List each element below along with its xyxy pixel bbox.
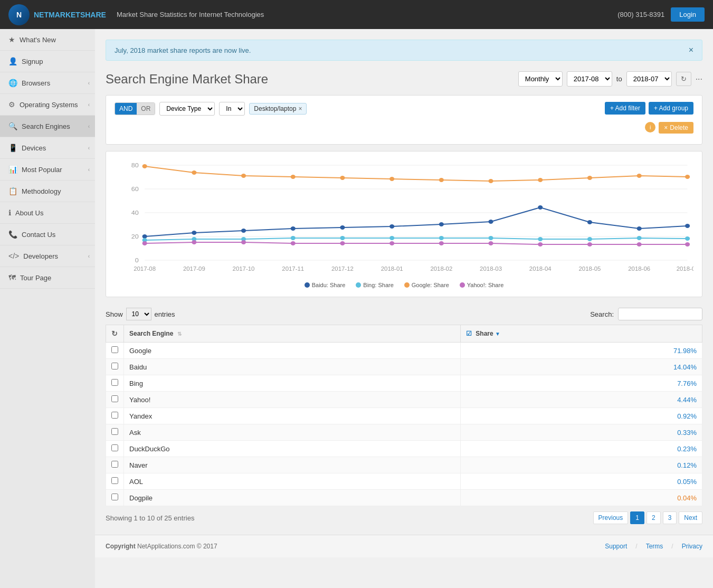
- filter-tag-label: Desktop/laptop: [254, 105, 296, 112]
- footer-sep-2: /: [671, 543, 673, 550]
- chevron-right-icon: ‹: [88, 167, 90, 173]
- main-content: July, 2018 market share reports are now …: [95, 29, 713, 535]
- row-checkbox[interactable]: [111, 428, 118, 435]
- svg-text:2018-01: 2018-01: [381, 266, 403, 272]
- terms-link[interactable]: Terms: [646, 543, 663, 550]
- from-date-select[interactable]: 2017-08: [567, 71, 612, 87]
- filter-tag-remove[interactable]: ×: [298, 105, 302, 112]
- row-engine-name: Bing: [124, 375, 461, 392]
- svg-text:2017-11: 2017-11: [282, 266, 304, 272]
- row-checkbox[interactable]: [111, 395, 118, 402]
- chevron-right-icon: ‹: [88, 102, 90, 108]
- svg-text:0: 0: [135, 257, 139, 264]
- privacy-link[interactable]: Privacy: [682, 543, 702, 550]
- search-input[interactable]: [618, 308, 702, 320]
- row-checkbox[interactable]: [111, 494, 118, 500]
- svg-text:2018-02: 2018-02: [430, 266, 452, 272]
- in-select[interactable]: In: [219, 102, 245, 116]
- sort-icon[interactable]: ⇅: [177, 331, 182, 337]
- sidebar-item-about-us[interactable]: ℹ About Us: [0, 202, 95, 224]
- footer-sep-1: /: [635, 543, 637, 550]
- show-entries: Show 10 25 50 entries: [106, 308, 175, 320]
- period-select[interactable]: Monthly: [518, 71, 563, 87]
- info-icon: ℹ: [8, 208, 11, 217]
- row-checkbox[interactable]: [111, 444, 118, 451]
- add-filter-button[interactable]: + Add filter: [605, 102, 645, 115]
- svg-point-34: [142, 234, 147, 239]
- sidebar-item-label: Operating Systems: [20, 101, 78, 109]
- star-icon: ★: [8, 35, 15, 44]
- sidebar-item-whats-new[interactable]: ★ What's New: [0, 29, 95, 51]
- alert-close-button[interactable]: ×: [689, 45, 693, 55]
- logo-text: NETMARKETSHARE: [34, 11, 106, 19]
- add-group-button[interactable]: + Add group: [649, 102, 693, 115]
- svg-point-43: [587, 220, 592, 224]
- header-subtitle: Market Share Statistics for Internet Tec…: [117, 11, 617, 18]
- page-3-button[interactable]: 3: [663, 511, 677, 524]
- sidebar-item-operating-systems[interactable]: ⚙ Operating Systems ‹: [0, 94, 95, 116]
- row-checkbox-cell: [106, 457, 124, 473]
- device-type-select[interactable]: Device Type: [159, 102, 215, 116]
- table-row: Ask 0.33%: [106, 424, 702, 441]
- sort-down-icon[interactable]: ▼: [495, 331, 500, 337]
- delete-bar: i × Delete: [115, 122, 693, 134]
- row-checkbox[interactable]: [111, 412, 118, 419]
- legend-yahoo: Yahoo!: Share: [460, 282, 504, 288]
- svg-point-25: [291, 175, 296, 179]
- table-row: AOL 0.05%: [106, 473, 702, 490]
- page-1-button[interactable]: 1: [630, 511, 644, 524]
- search-label: Search:: [590, 310, 614, 318]
- filter-top-row: AND OR Device Type In Desktop/laptop ×: [115, 102, 693, 122]
- sidebar-item-search-engines[interactable]: 🔍 Search Engines ‹: [0, 116, 95, 137]
- login-button[interactable]: Login: [671, 7, 705, 22]
- or-button[interactable]: OR: [137, 103, 155, 115]
- row-checkbox[interactable]: [111, 363, 118, 369]
- page-2-button[interactable]: 2: [647, 511, 661, 524]
- row-share: 0.05%: [460, 473, 702, 490]
- row-engine-name: Ask: [124, 424, 461, 441]
- row-checkbox[interactable]: [111, 461, 118, 468]
- sidebar-item-label: What's New: [20, 36, 56, 44]
- support-link[interactable]: Support: [605, 543, 627, 550]
- info-button[interactable]: i: [645, 122, 655, 132]
- table-row: Bing 7.76%: [106, 375, 702, 392]
- sidebar-item-browsers[interactable]: 🌐 Browsers ‹: [0, 72, 95, 94]
- show-label: Show: [106, 310, 123, 318]
- sidebar-item-developers[interactable]: </> Developers ‹: [0, 245, 95, 267]
- header: N NETMARKETSHARE Market Share Statistics…: [0, 0, 713, 29]
- legend-bing-dot: [356, 282, 361, 288]
- logo-brand-1: NET: [34, 11, 49, 19]
- next-button[interactable]: Next: [679, 511, 702, 524]
- sidebar-item-tour-page[interactable]: 🗺 Tour Page: [0, 267, 95, 289]
- row-checkbox[interactable]: [111, 346, 118, 353]
- gear-icon: ⚙: [8, 100, 15, 109]
- sidebar-item-contact-us[interactable]: 📞 Contact Us: [0, 224, 95, 245]
- row-checkbox-cell: [106, 408, 124, 424]
- refresh-button[interactable]: ↻: [676, 72, 691, 86]
- svg-point-62: [340, 241, 345, 245]
- svg-point-42: [538, 205, 543, 210]
- sidebar-item-most-popular[interactable]: 📊 Most Popular ‹: [0, 159, 95, 181]
- chart-icon: 📊: [8, 165, 17, 174]
- controls-row: Monthly 2017-08 to 2018-07 ↻ ···: [518, 71, 702, 87]
- row-share: 71.98%: [460, 343, 702, 359]
- sidebar-item-methodology[interactable]: 📋 Methodology: [0, 181, 95, 202]
- sidebar-item-signup[interactable]: 👤 Signup: [0, 51, 95, 72]
- svg-point-23: [192, 170, 196, 175]
- delete-button[interactable]: × Delete: [659, 122, 693, 134]
- previous-button[interactable]: Previous: [593, 511, 629, 524]
- more-options-button[interactable]: ···: [696, 74, 702, 84]
- row-checkbox[interactable]: [111, 379, 118, 386]
- svg-point-38: [340, 225, 345, 230]
- svg-point-69: [685, 242, 690, 246]
- row-share: 14.04%: [460, 359, 702, 375]
- row-checkbox[interactable]: [111, 477, 118, 484]
- to-date-select[interactable]: 2018-07: [626, 71, 672, 87]
- svg-point-55: [587, 237, 592, 241]
- entries-select[interactable]: 10 25 50: [126, 308, 151, 320]
- and-button[interactable]: AND: [115, 103, 137, 115]
- row-checkbox-cell: [106, 392, 124, 408]
- svg-point-61: [291, 241, 296, 245]
- sidebar-item-devices[interactable]: 📱 Devices ‹: [0, 137, 95, 159]
- row-engine-name: Baidu: [124, 359, 461, 375]
